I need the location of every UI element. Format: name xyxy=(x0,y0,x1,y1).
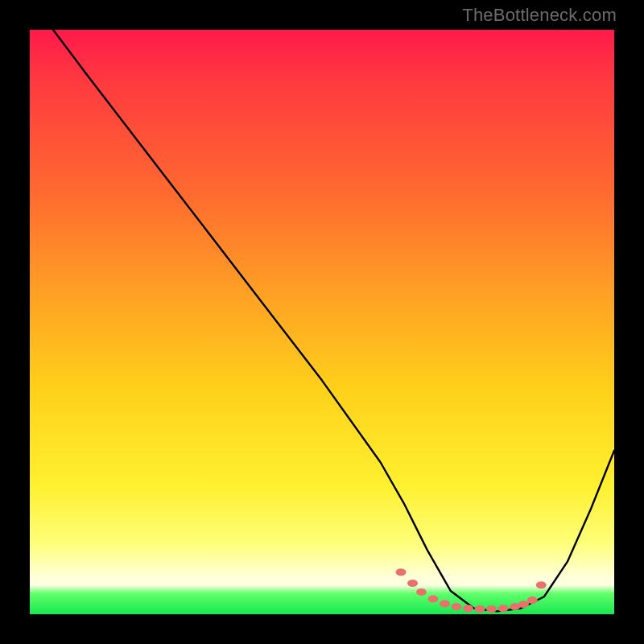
highlight-dot xyxy=(396,568,407,576)
highlight-dot xyxy=(463,605,473,612)
highlight-dot xyxy=(440,600,450,607)
highlight-dot xyxy=(451,603,461,610)
highlight-dots xyxy=(396,568,547,613)
bottleneck-curve xyxy=(53,30,614,611)
highlight-dot xyxy=(407,580,418,587)
highlight-dot xyxy=(518,601,529,608)
chart-frame: TheBottleneck.com xyxy=(0,0,644,644)
curve-path xyxy=(53,30,614,611)
highlight-dot xyxy=(416,588,427,596)
highlight-dot xyxy=(536,581,547,588)
highlight-dot xyxy=(498,605,509,612)
chart-svg xyxy=(30,30,614,614)
highlight-dot xyxy=(527,597,538,604)
highlight-dot xyxy=(427,596,438,603)
highlight-dot xyxy=(475,605,485,613)
watermark-text: TheBottleneck.com xyxy=(462,5,617,26)
plot-area xyxy=(30,30,614,614)
highlight-dot xyxy=(486,605,497,613)
